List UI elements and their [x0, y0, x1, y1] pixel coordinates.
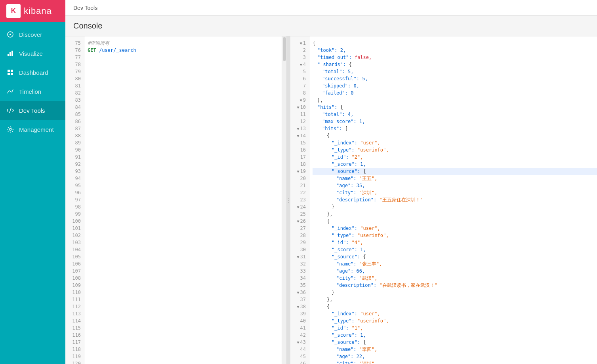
topbar-title: Dev Tools [73, 5, 97, 11]
output-line-num-42: 42 [290, 332, 309, 339]
editor-line [88, 332, 282, 339]
fold-arrow[interactable]: ▼ [300, 63, 302, 67]
json-value: "深圳", [359, 190, 378, 195]
json-key: "age": [336, 183, 357, 188]
editor-content[interactable]: #查询所有GET /user/_search [84, 36, 282, 364]
sidebar-item-dashboard[interactable]: Dashboard [0, 63, 65, 82]
output-line: "total": 4, [313, 111, 597, 118]
kibana-logo-icon: K [6, 4, 21, 18]
editor-line [88, 196, 282, 203]
json-value: "user", [360, 311, 380, 317]
output-line-num-5: 5 [290, 68, 309, 75]
editor-line [88, 125, 282, 132]
editor-line-num-87: 87 [65, 125, 84, 132]
editor-line-num-110: 110 [65, 289, 84, 296]
output-line-num-8: 8 [290, 89, 309, 97]
output-line-num-33: 33 [290, 267, 309, 275]
output-line: } [313, 289, 597, 296]
output-line: { [313, 218, 597, 225]
fold-arrow[interactable]: ▼ [300, 41, 302, 46]
json-value: "1", [352, 325, 363, 331]
sidebar-item-visualize[interactable]: Visualize [0, 44, 65, 63]
output-line: "_score": 1, [313, 246, 597, 253]
editor-line-num-83: 83 [65, 97, 84, 104]
json-value: "武汉", [359, 275, 378, 281]
json-value: 0, [353, 83, 359, 89]
fold-arrow[interactable]: ▼ [297, 134, 299, 138]
json-key: "max_score": [322, 119, 359, 124]
json-value: { [363, 169, 366, 174]
output-line-num-12: 12 [290, 118, 309, 125]
editor-line-num-120: 120 [65, 360, 84, 364]
svg-rect-2 [8, 54, 9, 56]
output-line: "_type": "userinfo", [313, 146, 597, 154]
output-line: "_score": 1, [313, 332, 597, 339]
editor-line [88, 360, 282, 364]
json-value: 1, [360, 247, 366, 252]
json-value: 0 [351, 90, 353, 96]
editor-line-num-88: 88 [65, 132, 84, 139]
output-line: "total": 5, [313, 68, 597, 75]
fold-arrow[interactable]: ▼ [300, 98, 302, 102]
panel-divider[interactable] [287, 36, 290, 364]
editor-line-num-77: 77 [65, 54, 84, 61]
editor-line [88, 282, 282, 289]
editor-panel[interactable]: 7576777879808182838485868788899091929394… [65, 36, 287, 364]
fold-arrow[interactable]: ▼ [297, 255, 299, 259]
output-panel[interactable]: ▼123▼45678▼9▼101112▼13▼1415161718▼192021… [290, 36, 597, 364]
editor-line-num-113: 113 [65, 310, 84, 317]
output-line: }, [313, 97, 597, 104]
sidebar-item-management[interactable]: Management [0, 120, 65, 139]
editor-line [88, 289, 282, 296]
json-key: "city": [336, 275, 359, 281]
editor-line-num-104: 104 [65, 246, 84, 253]
editor-line-num-80: 80 [65, 75, 84, 82]
fold-arrow[interactable]: ▼ [297, 127, 299, 131]
output-line: "age": 66, [313, 267, 597, 275]
visualize-icon [6, 49, 14, 57]
request-url: /user/_search [99, 47, 136, 53]
editor-scrollbar-thumb[interactable] [283, 37, 286, 61]
output-line-num-13: ▼13 [290, 125, 309, 132]
editor-line-num-112: 112 [65, 303, 84, 310]
editor-line-num-86: 86 [65, 118, 84, 125]
editor-line [88, 111, 282, 118]
fold-arrow[interactable]: ▼ [297, 305, 299, 309]
svg-rect-3 [10, 52, 11, 56]
editor-line-num-108: 108 [65, 275, 84, 282]
editor-line: GET /user/_search [88, 47, 282, 54]
output-line-num-29: 29 [290, 239, 309, 246]
editor-line-num-118: 118 [65, 346, 84, 353]
sidebar-item-devtools[interactable]: Dev Tools [0, 101, 65, 120]
editor-line-num-111: 111 [65, 296, 84, 303]
editor-line [88, 189, 282, 196]
json-value: 1, [360, 332, 366, 338]
json-value: { [363, 339, 366, 345]
fold-arrow[interactable]: ▼ [297, 290, 299, 295]
fold-arrow[interactable]: ▼ [297, 219, 299, 224]
json-value: "user", [360, 226, 380, 231]
json-value: "4", [352, 240, 363, 245]
editor-line-num-115: 115 [65, 324, 84, 332]
editor-line-num-97: 97 [65, 196, 84, 203]
sidebar-item-timelion[interactable]: Timelion [0, 82, 65, 101]
fold-arrow[interactable]: ▼ [297, 169, 299, 174]
editor-line [88, 139, 282, 146]
output-line-num-40: 40 [290, 317, 309, 324]
fold-arrow[interactable]: ▼ [297, 105, 299, 110]
editor-line [88, 324, 282, 332]
output-line: }, [313, 210, 597, 218]
output-line-num-1: ▼1 [290, 40, 309, 47]
output-line: "city": "深圳", [313, 189, 597, 196]
fold-arrow[interactable]: ▼ [297, 340, 299, 345]
sidebar-item-discover[interactable]: Discover [0, 25, 65, 44]
output-line-num-16: 16 [290, 146, 309, 154]
json-value: 22, [357, 354, 365, 359]
output-line-num-41: 41 [290, 324, 309, 332]
json-value: [ [345, 126, 348, 131]
json-key: "city": [336, 361, 359, 364]
output-line-num-11: 11 [290, 111, 309, 118]
fold-arrow[interactable]: ▼ [297, 205, 299, 209]
output-content[interactable]: {"took": 2,"timed_out": false,"_shards":… [309, 36, 597, 364]
editor-line [88, 275, 282, 282]
